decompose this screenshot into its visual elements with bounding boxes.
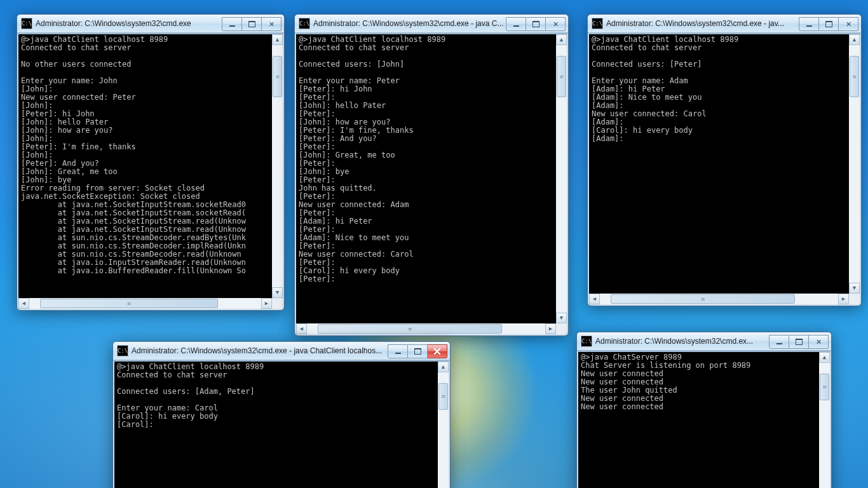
console-output[interactable]: @>java ChatClient localhost 8989 Connect… bbox=[588, 33, 861, 306]
minimize-button[interactable] bbox=[506, 17, 526, 31]
close-button[interactable]: ✕ bbox=[809, 335, 829, 349]
maximize-button[interactable] bbox=[408, 344, 428, 358]
console-output[interactable]: @>java ChatClient localhost 8989 Connect… bbox=[17, 33, 284, 310]
vertical-scrollbar[interactable]: ▲▼ bbox=[556, 34, 567, 323]
horizontal-scrollbar[interactable]: ◀▶ bbox=[18, 298, 272, 309]
scroll-track[interactable] bbox=[29, 298, 261, 309]
close-button[interactable] bbox=[428, 344, 447, 358]
titlebar[interactable]: C:\Administrator: C:\Windows\system32\cm… bbox=[577, 332, 831, 351]
scroll-down-button[interactable]: ▼ bbox=[849, 283, 860, 294]
close-button[interactable]: ✕ bbox=[839, 17, 858, 31]
window-controls: ✕ bbox=[506, 17, 566, 30]
window-title: Administrator: C:\Windows\system32\cmd.e… bbox=[36, 19, 222, 28]
titlebar[interactable]: C:\Administrator: C:\Windows\system32\cm… bbox=[588, 15, 861, 33]
window-controls bbox=[388, 344, 447, 357]
cmd-icon: C:\ bbox=[581, 336, 592, 347]
resize-grip[interactable] bbox=[849, 294, 860, 304]
scroll-thumb[interactable] bbox=[273, 56, 282, 97]
scroll-thumb[interactable] bbox=[438, 383, 448, 410]
scroll-up-button[interactable]: ▲ bbox=[556, 34, 567, 45]
console-text: @>java ChatClient localhost 8989 Connect… bbox=[21, 36, 281, 275]
scroll-right-button[interactable]: ▶ bbox=[545, 323, 556, 334]
maximize-button[interactable] bbox=[819, 17, 839, 31]
vertical-scrollbar[interactable]: ▲▼ bbox=[819, 352, 830, 488]
scroll-down-button[interactable]: ▼ bbox=[272, 287, 283, 298]
scroll-track[interactable] bbox=[600, 294, 838, 304]
scroll-track[interactable] bbox=[272, 45, 283, 287]
console-output[interactable]: @>java ChatServer 8989 Chat Server is li… bbox=[577, 351, 831, 488]
cmd-window[interactable]: C:\Administrator: C:\Windows\system32\cm… bbox=[17, 14, 285, 311]
scroll-track[interactable] bbox=[849, 45, 860, 283]
cmd-window[interactable]: C:\Administrator: C:\Windows\system32\cm… bbox=[587, 14, 862, 306]
close-button[interactable]: ✕ bbox=[546, 17, 566, 31]
scroll-track[interactable] bbox=[438, 372, 449, 488]
cmd-window[interactable]: C:\Administrator: C:\Windows\system32\cm… bbox=[294, 14, 569, 336]
console-output[interactable]: @>java ChatClient localhost 8989 Connect… bbox=[295, 33, 568, 336]
scroll-track[interactable] bbox=[819, 363, 830, 488]
window-title: Administrator: C:\Windows\system32\cmd.e… bbox=[595, 337, 769, 346]
console-text: @>java ChatClient localhost 8989 Connect… bbox=[117, 363, 447, 429]
scroll-thumb[interactable] bbox=[850, 56, 859, 97]
scroll-up-button[interactable]: ▲ bbox=[849, 34, 860, 45]
scroll-track[interactable] bbox=[307, 323, 545, 334]
console-text: @>java ChatServer 8989 Chat Server is li… bbox=[581, 353, 829, 411]
minimize-button[interactable] bbox=[799, 17, 819, 31]
scroll-left-button[interactable]: ◀ bbox=[589, 294, 600, 304]
scroll-thumb[interactable] bbox=[820, 374, 829, 400]
window-title: Administrator: C:\Windows\system32\cmd.e… bbox=[606, 19, 799, 28]
scroll-up-button[interactable]: ▲ bbox=[438, 362, 449, 372]
window-controls: ✕ bbox=[799, 17, 858, 30]
scroll-left-button[interactable]: ◀ bbox=[18, 298, 29, 309]
scroll-left-button[interactable]: ◀ bbox=[296, 323, 307, 334]
maximize-button[interactable] bbox=[242, 17, 262, 31]
vertical-scrollbar[interactable]: ▲▼ bbox=[272, 34, 283, 298]
vertical-scrollbar[interactable]: ▲▼ bbox=[849, 34, 860, 294]
window-controls: ✕ bbox=[769, 335, 829, 348]
maximize-button[interactable] bbox=[789, 335, 809, 349]
window-controls: ✕ bbox=[222, 17, 281, 30]
scroll-right-button[interactable]: ▶ bbox=[261, 298, 272, 309]
cmd-icon: C:\ bbox=[117, 345, 128, 356]
cmd-icon: C:\ bbox=[21, 18, 32, 29]
console-text: @>java ChatClient localhost 8989 Connect… bbox=[299, 36, 566, 283]
horizontal-scrollbar[interactable]: ◀▶ bbox=[296, 323, 556, 334]
scroll-up-button[interactable]: ▲ bbox=[272, 34, 283, 45]
scroll-thumb[interactable] bbox=[557, 56, 566, 97]
titlebar[interactable]: C:\Administrator: C:\Windows\system32\cm… bbox=[295, 15, 568, 33]
vertical-scrollbar[interactable]: ▲▼ bbox=[438, 362, 449, 488]
horizontal-scrollbar[interactable]: ◀▶ bbox=[589, 294, 849, 304]
scroll-thumb[interactable] bbox=[40, 299, 218, 308]
console-output[interactable]: @>java ChatClient localhost 8989 Connect… bbox=[113, 360, 450, 488]
minimize-button[interactable] bbox=[769, 335, 789, 349]
window-title: Administrator: C:\Windows\system32\cmd.e… bbox=[313, 19, 506, 28]
scroll-down-button[interactable]: ▼ bbox=[556, 313, 567, 323]
scroll-thumb[interactable] bbox=[318, 324, 502, 334]
scroll-up-button[interactable]: ▲ bbox=[819, 352, 830, 363]
resize-grip[interactable] bbox=[272, 298, 283, 309]
cmd-window[interactable]: C:\Administrator: C:\Windows\system32\cm… bbox=[112, 341, 451, 488]
minimize-button[interactable] bbox=[222, 17, 242, 31]
console-text: @>java ChatClient localhost 8989 Connect… bbox=[592, 36, 858, 143]
resize-grip[interactable] bbox=[556, 323, 567, 334]
titlebar[interactable]: C:\Administrator: C:\Windows\system32\cm… bbox=[113, 342, 450, 360]
titlebar[interactable]: C:\Administrator: C:\Windows\system32\cm… bbox=[17, 15, 284, 33]
scroll-track[interactable] bbox=[556, 45, 567, 313]
cmd-window[interactable]: C:\Administrator: C:\Windows\system32\cm… bbox=[576, 332, 832, 488]
cmd-icon: C:\ bbox=[299, 18, 310, 29]
scroll-thumb[interactable] bbox=[611, 294, 795, 304]
close-button[interactable]: ✕ bbox=[262, 17, 281, 31]
maximize-button[interactable] bbox=[526, 17, 546, 31]
scroll-right-button[interactable]: ▶ bbox=[838, 294, 849, 304]
window-title: Administrator: C:\Windows\system32\cmd.e… bbox=[132, 346, 388, 355]
cmd-icon: C:\ bbox=[592, 18, 603, 29]
minimize-button[interactable] bbox=[388, 344, 408, 358]
